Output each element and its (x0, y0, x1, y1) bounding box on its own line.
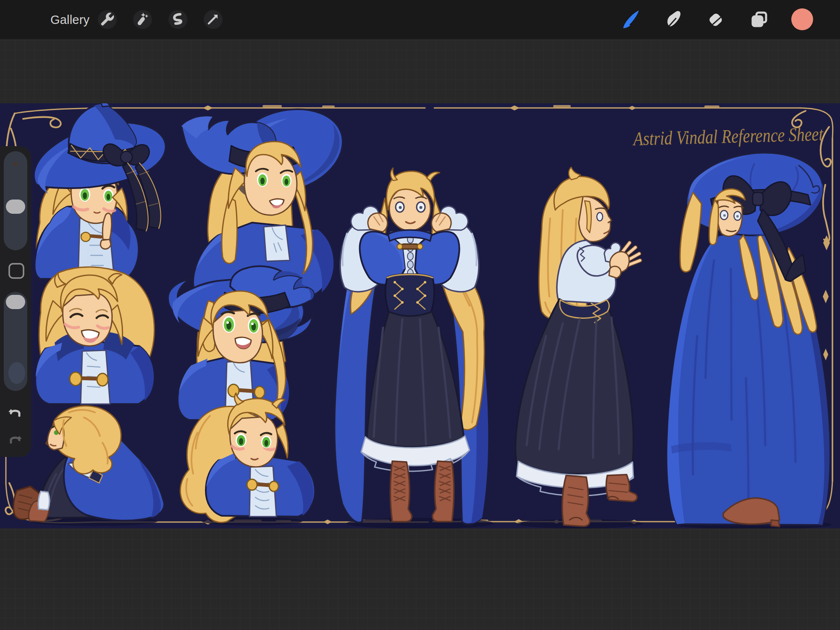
svg-text:Astrid Vindal Reference Sheet: Astrid Vindal Reference Sheet (632, 123, 824, 150)
